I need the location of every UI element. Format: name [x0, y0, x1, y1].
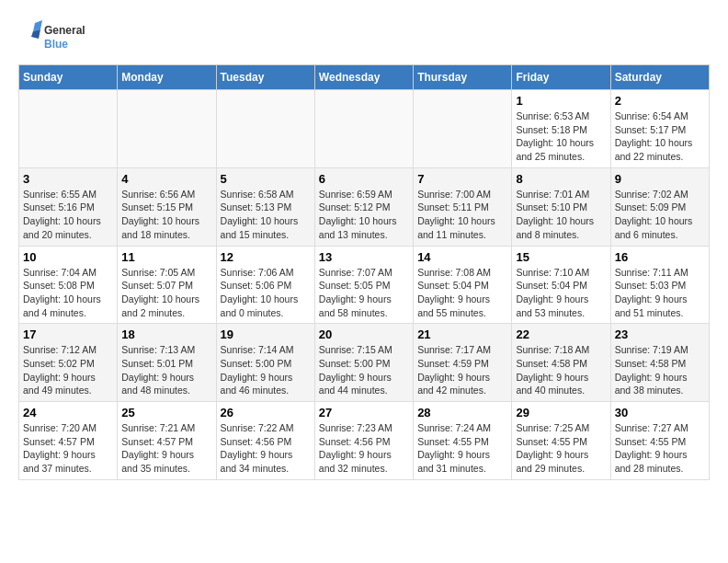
day-number: 27: [319, 406, 409, 419]
day-info: Sunrise: 6:58 AM Sunset: 5:13 PM Dayligh…: [221, 188, 311, 242]
day-number: 26: [221, 406, 311, 419]
day-info: Sunrise: 7:00 AM Sunset: 5:11 PM Dayligh…: [417, 188, 507, 242]
day-header-saturday: Saturday: [610, 65, 709, 90]
calendar-cell: 18Sunrise: 7:13 AM Sunset: 5:01 PM Dayli…: [118, 324, 216, 402]
calendar-cell: 17Sunrise: 7:12 AM Sunset: 5:02 PM Dayli…: [19, 324, 118, 402]
day-number: 12: [221, 250, 311, 264]
day-number: 24: [23, 406, 113, 419]
day-info: Sunrise: 6:53 AM Sunset: 5:18 PM Dayligh…: [516, 109, 606, 164]
calendar-cell: 5Sunrise: 6:58 AM Sunset: 5:13 PM Daylig…: [216, 167, 314, 246]
day-number: 7: [417, 172, 507, 186]
svg-marker-2: [33, 20, 42, 31]
day-info: Sunrise: 7:20 AM Sunset: 4:57 PM Dayligh…: [23, 421, 113, 476]
calendar-cell: 10Sunrise: 7:04 AM Sunset: 5:08 PM Dayli…: [19, 246, 118, 324]
day-info: Sunrise: 7:01 AM Sunset: 5:10 PM Dayligh…: [516, 188, 606, 242]
calendar-cell: 4Sunrise: 6:56 AM Sunset: 5:15 PM Daylig…: [118, 167, 216, 246]
day-number: 22: [516, 327, 606, 341]
day-info: Sunrise: 7:07 AM Sunset: 5:05 PM Dayligh…: [319, 266, 409, 320]
day-info: Sunrise: 6:59 AM Sunset: 5:12 PM Dayligh…: [319, 188, 409, 242]
day-number: 1: [516, 94, 606, 108]
calendar-week-4: 17Sunrise: 7:12 AM Sunset: 5:02 PM Dayli…: [19, 324, 710, 402]
day-number: 29: [516, 406, 606, 419]
svg-text:Blue: Blue: [44, 38, 68, 51]
day-number: 19: [221, 327, 311, 341]
calendar-cell: 20Sunrise: 7:15 AM Sunset: 5:00 PM Dayli…: [314, 324, 413, 402]
day-info: Sunrise: 7:11 AM Sunset: 5:03 PM Dayligh…: [615, 266, 705, 320]
calendar-week-1: 1Sunrise: 6:53 AM Sunset: 5:18 PM Daylig…: [19, 90, 710, 168]
day-info: Sunrise: 7:14 AM Sunset: 5:00 PM Dayligh…: [221, 343, 311, 397]
day-info: Sunrise: 7:10 AM Sunset: 5:04 PM Dayligh…: [516, 266, 606, 320]
calendar-cell: 7Sunrise: 7:00 AM Sunset: 5:11 PM Daylig…: [414, 167, 512, 246]
calendar-cell: 25Sunrise: 7:21 AM Sunset: 4:57 PM Dayli…: [118, 402, 216, 480]
day-number: 13: [319, 250, 409, 264]
day-info: Sunrise: 7:15 AM Sunset: 5:00 PM Dayligh…: [319, 343, 409, 397]
calendar-cell: 14Sunrise: 7:08 AM Sunset: 5:04 PM Dayli…: [414, 246, 512, 324]
day-number: 6: [319, 172, 409, 186]
calendar-cell: 6Sunrise: 6:59 AM Sunset: 5:12 PM Daylig…: [314, 167, 413, 246]
day-header-monday: Monday: [118, 65, 216, 90]
day-number: 8: [516, 172, 606, 186]
calendar-cell: 16Sunrise: 7:11 AM Sunset: 5:03 PM Dayli…: [610, 246, 709, 324]
day-header-wednesday: Wednesday: [314, 65, 413, 90]
logo-svg: General Blue: [18, 18, 101, 55]
calendar-cell: 13Sunrise: 7:07 AM Sunset: 5:05 PM Dayli…: [314, 246, 413, 324]
svg-marker-3: [31, 29, 40, 39]
day-number: 4: [121, 172, 211, 186]
day-number: 23: [615, 327, 705, 341]
day-number: 25: [121, 406, 211, 419]
day-header-friday: Friday: [512, 65, 610, 90]
calendar-cell: 19Sunrise: 7:14 AM Sunset: 5:00 PM Dayli…: [216, 324, 314, 402]
day-number: 18: [121, 327, 211, 341]
calendar-cell: 23Sunrise: 7:19 AM Sunset: 4:58 PM Dayli…: [610, 324, 709, 402]
day-info: Sunrise: 7:02 AM Sunset: 5:09 PM Dayligh…: [615, 188, 705, 242]
day-number: 9: [615, 172, 705, 186]
calendar-cell: 28Sunrise: 7:24 AM Sunset: 4:55 PM Dayli…: [414, 402, 512, 480]
calendar-cell: 3Sunrise: 6:55 AM Sunset: 5:16 PM Daylig…: [19, 167, 118, 246]
day-number: 28: [417, 406, 507, 419]
calendar-cell: [414, 90, 512, 168]
day-info: Sunrise: 7:24 AM Sunset: 4:55 PM Dayligh…: [417, 421, 507, 476]
calendar-cell: 1Sunrise: 6:53 AM Sunset: 5:18 PM Daylig…: [512, 90, 610, 168]
day-number: 10: [23, 250, 113, 264]
day-info: Sunrise: 7:25 AM Sunset: 4:55 PM Dayligh…: [516, 421, 606, 476]
day-info: Sunrise: 6:54 AM Sunset: 5:17 PM Dayligh…: [615, 109, 705, 164]
day-number: 3: [23, 172, 113, 186]
calendar-cell: 24Sunrise: 7:20 AM Sunset: 4:57 PM Dayli…: [19, 402, 118, 480]
day-number: 17: [23, 327, 113, 341]
day-header-thursday: Thursday: [414, 65, 512, 90]
day-info: Sunrise: 6:55 AM Sunset: 5:16 PM Dayligh…: [23, 188, 113, 242]
calendar-cell: [19, 90, 118, 168]
day-info: Sunrise: 7:13 AM Sunset: 5:01 PM Dayligh…: [121, 343, 211, 397]
calendar: SundayMondayTuesdayWednesdayThursdayFrid…: [18, 64, 710, 480]
calendar-cell: 21Sunrise: 7:17 AM Sunset: 4:59 PM Dayli…: [414, 324, 512, 402]
day-number: 15: [516, 250, 606, 264]
day-number: 5: [221, 172, 311, 186]
day-number: 20: [319, 327, 409, 341]
calendar-week-3: 10Sunrise: 7:04 AM Sunset: 5:08 PM Dayli…: [19, 246, 710, 324]
day-info: Sunrise: 7:22 AM Sunset: 4:56 PM Dayligh…: [221, 421, 311, 476]
day-number: 2: [615, 94, 705, 108]
day-number: 11: [121, 250, 211, 264]
day-info: Sunrise: 7:04 AM Sunset: 5:08 PM Dayligh…: [23, 266, 113, 320]
day-number: 21: [417, 327, 507, 341]
day-info: Sunrise: 7:06 AM Sunset: 5:06 PM Dayligh…: [221, 266, 311, 320]
day-info: Sunrise: 7:19 AM Sunset: 4:58 PM Dayligh…: [615, 343, 705, 397]
svg-text:General: General: [44, 24, 85, 37]
calendar-cell: 15Sunrise: 7:10 AM Sunset: 5:04 PM Dayli…: [512, 246, 610, 324]
calendar-cell: 30Sunrise: 7:27 AM Sunset: 4:55 PM Dayli…: [610, 402, 709, 480]
calendar-cell: 26Sunrise: 7:22 AM Sunset: 4:56 PM Dayli…: [216, 402, 314, 480]
calendar-cell: 11Sunrise: 7:05 AM Sunset: 5:07 PM Dayli…: [118, 246, 216, 324]
calendar-cell: [216, 90, 314, 168]
day-info: Sunrise: 7:05 AM Sunset: 5:07 PM Dayligh…: [121, 266, 211, 320]
day-number: 30: [615, 406, 705, 419]
calendar-cell: [118, 90, 216, 168]
calendar-cell: 12Sunrise: 7:06 AM Sunset: 5:06 PM Dayli…: [216, 246, 314, 324]
calendar-cell: [314, 90, 413, 168]
day-info: Sunrise: 7:23 AM Sunset: 4:56 PM Dayligh…: [319, 421, 409, 476]
day-info: Sunrise: 7:18 AM Sunset: 4:58 PM Dayligh…: [516, 343, 606, 397]
logo: General Blue: [18, 18, 101, 55]
day-header-sunday: Sunday: [19, 65, 118, 90]
day-info: Sunrise: 7:27 AM Sunset: 4:55 PM Dayligh…: [615, 421, 705, 476]
day-number: 16: [615, 250, 705, 264]
calendar-cell: 22Sunrise: 7:18 AM Sunset: 4:58 PM Dayli…: [512, 324, 610, 402]
